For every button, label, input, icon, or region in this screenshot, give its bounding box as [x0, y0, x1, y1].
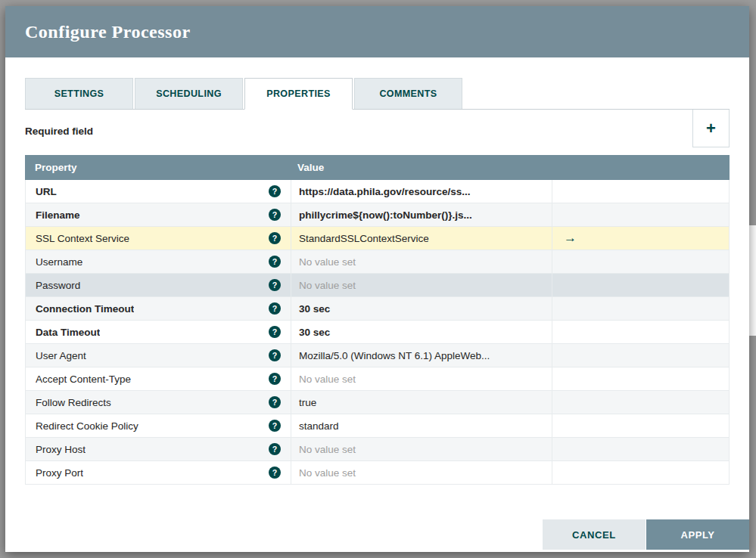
- property-name-cell: Follow Redirects?: [26, 391, 291, 414]
- row-extra-cell: [552, 321, 729, 343]
- row-extra-cell: [552, 274, 729, 296]
- help-icon[interactable]: ?: [269, 326, 281, 338]
- go-to-service-cell: →: [552, 227, 729, 250]
- apply-button[interactable]: APPLY: [646, 519, 749, 550]
- property-name: SSL Context Service: [36, 233, 129, 244]
- property-row[interactable]: SSL Context Service?StandardSSLContextSe…: [26, 227, 729, 250]
- property-row[interactable]: Accept Content-Type?No value set: [26, 367, 729, 391]
- property-value[interactable]: No value set: [291, 250, 552, 273]
- help-icon[interactable]: ?: [269, 302, 281, 315]
- help-icon[interactable]: ?: [269, 232, 281, 244]
- row-extra-cell: [552, 391, 729, 414]
- property-row[interactable]: Proxy Host?No value set: [26, 438, 729, 461]
- property-name: Proxy Host: [36, 444, 86, 455]
- help-icon[interactable]: ?: [269, 209, 281, 221]
- property-row[interactable]: Data Timeout?30 sec: [26, 321, 729, 344]
- dialog-footer: CANCEL APPLY: [543, 519, 749, 550]
- property-name-cell: Redirect Cookie Policy?: [26, 414, 291, 437]
- property-name: Username: [36, 256, 82, 268]
- property-row[interactable]: URL?https://data.phila.gov/resource/ss..…: [26, 180, 729, 203]
- property-name-cell: User Agent?: [26, 344, 291, 367]
- help-icon[interactable]: ?: [269, 443, 281, 455]
- help-icon[interactable]: ?: [269, 279, 281, 291]
- property-value[interactable]: true: [291, 391, 552, 414]
- property-value[interactable]: Mozilla/5.0 (Windows NT 6.1) AppleWeb...: [291, 344, 552, 367]
- property-name-cell: Password?: [26, 274, 291, 296]
- help-icon[interactable]: ?: [269, 373, 281, 385]
- property-row[interactable]: Connection Timeout?30 sec: [26, 297, 729, 321]
- property-name-cell: Proxy Host?: [26, 438, 291, 460]
- property-name: URL: [36, 186, 57, 197]
- tab-properties[interactable]: PROPERTIES: [244, 78, 353, 110]
- property-row[interactable]: User Agent?Mozilla/5.0 (Windows NT 6.1) …: [26, 344, 729, 367]
- property-name: User Agent: [36, 350, 86, 361]
- configure-processor-dialog: Configure Processor SETTINGS SCHEDULING …: [5, 6, 749, 552]
- dialog-content: SETTINGS SCHEDULING PROPERTIES COMMENTS …: [5, 57, 749, 552]
- property-name: Follow Redirects: [36, 397, 111, 408]
- help-icon[interactable]: ?: [269, 420, 281, 432]
- row-extra-cell: [552, 203, 729, 226]
- properties-table-header: Property Value: [25, 155, 730, 180]
- row-extra-cell: [552, 461, 729, 484]
- property-value[interactable]: No value set: [291, 438, 552, 460]
- property-name-cell: Connection Timeout?: [26, 297, 291, 320]
- column-header-value: Value: [290, 162, 552, 173]
- property-value[interactable]: https://data.phila.gov/resource/ss...: [291, 180, 552, 203]
- property-name-cell: URL?: [26, 180, 291, 203]
- property-name-cell: SSL Context Service?: [26, 227, 291, 250]
- row-extra-cell: [552, 344, 729, 367]
- property-row[interactable]: Redirect Cookie Policy?standard: [26, 414, 729, 438]
- plus-icon: +: [706, 119, 716, 138]
- property-value[interactable]: StandardSSLContextService: [291, 227, 552, 250]
- property-row[interactable]: Proxy Port?No value set: [26, 461, 729, 485]
- property-name-cell: Data Timeout?: [26, 321, 291, 343]
- dialog-header: Configure Processor: [5, 6, 749, 57]
- help-icon[interactable]: ?: [269, 349, 281, 361]
- tab-scheduling[interactable]: SCHEDULING: [135, 78, 243, 109]
- property-name: Connection Timeout: [36, 303, 134, 315]
- add-property-button[interactable]: +: [692, 110, 730, 147]
- property-value[interactable]: 30 sec: [291, 321, 552, 343]
- property-name-cell: Accept Content-Type?: [26, 367, 291, 390]
- property-name-cell: Proxy Port?: [26, 461, 291, 484]
- property-value[interactable]: 30 sec: [291, 297, 552, 320]
- property-value[interactable]: No value set: [291, 274, 552, 296]
- help-icon[interactable]: ?: [269, 467, 281, 479]
- properties-table-body: URL?https://data.phila.gov/resource/ss..…: [25, 180, 730, 485]
- help-icon[interactable]: ?: [269, 185, 281, 197]
- row-extra-cell: [552, 180, 729, 203]
- go-to-service-arrow-icon[interactable]: →: [552, 231, 577, 246]
- property-name: Data Timeout: [36, 327, 100, 338]
- tab-settings[interactable]: SETTINGS: [25, 78, 133, 109]
- required-field-bar: Required field +: [25, 110, 730, 147]
- help-icon[interactable]: ?: [269, 256, 281, 268]
- property-row[interactable]: Follow Redirects?true: [26, 391, 729, 414]
- row-extra-cell: [552, 250, 729, 273]
- dialog-title: Configure Processor: [25, 22, 191, 42]
- tab-comments[interactable]: COMMENTS: [354, 78, 462, 109]
- property-value[interactable]: No value set: [291, 367, 552, 390]
- properties-table: Property Value URL?https://data.phila.go…: [25, 155, 730, 485]
- row-extra-cell: [552, 367, 729, 390]
- property-row[interactable]: Username?No value set: [26, 250, 729, 274]
- row-extra-cell: [552, 414, 729, 437]
- property-row[interactable]: Filename?phillycrime${now():toNumber()}.…: [26, 203, 729, 227]
- property-name: Filename: [36, 209, 80, 221]
- cancel-button[interactable]: CANCEL: [543, 519, 646, 550]
- property-value[interactable]: standard: [291, 414, 552, 437]
- property-name-cell: Username?: [26, 250, 291, 273]
- row-extra-cell: [552, 297, 729, 320]
- property-name: Proxy Port: [36, 467, 83, 479]
- property-value[interactable]: No value set: [291, 461, 552, 484]
- property-name-cell: Filename?: [26, 203, 291, 226]
- property-name: Password: [36, 280, 80, 291]
- required-field-label: Required field: [25, 110, 93, 147]
- column-header-property: Property: [25, 162, 290, 173]
- property-name: Accept Content-Type: [36, 374, 131, 385]
- help-icon[interactable]: ?: [269, 396, 281, 408]
- property-name: Redirect Cookie Policy: [36, 420, 138, 432]
- property-row[interactable]: Password?No value set: [26, 274, 729, 297]
- tab-bar: SETTINGS SCHEDULING PROPERTIES COMMENTS: [25, 78, 730, 110]
- row-extra-cell: [552, 438, 729, 460]
- property-value[interactable]: phillycrime${now():toNumber()}.js...: [291, 203, 552, 226]
